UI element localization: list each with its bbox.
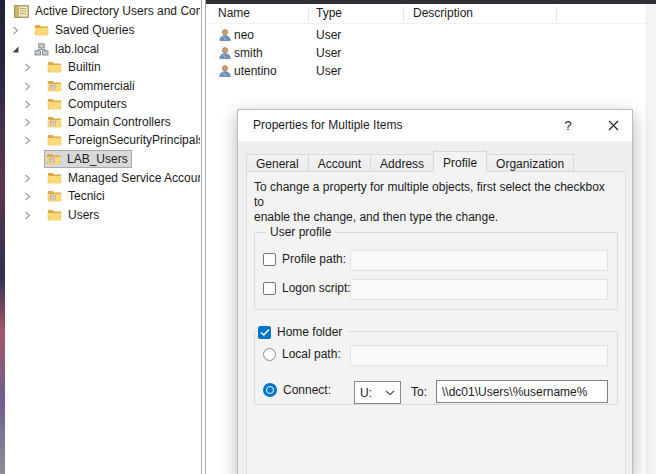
tree-item-computers[interactable]: Computers	[5, 95, 200, 113]
tree-item-label: Builtin	[68, 60, 101, 74]
logon-script-label[interactable]: Logon script:	[282, 281, 351, 295]
user-icon	[218, 64, 232, 81]
tab-organization[interactable]: Organization	[486, 154, 574, 172]
tree-item-saved-queries[interactable]: Saved Queries	[5, 21, 200, 39]
tree-item-commerciali[interactable]: Commerciali	[5, 77, 200, 95]
tree-item-label: LAB_Users	[67, 152, 128, 166]
chevron-right-icon[interactable]	[23, 192, 47, 201]
chevron-right-icon[interactable]	[23, 174, 47, 183]
row-type: User	[316, 64, 341, 78]
tree-item-label: ForeignSecurityPrincipals	[68, 133, 200, 147]
logon-script-input[interactable]	[350, 279, 608, 300]
folder-icon	[47, 134, 63, 146]
list-row-neo[interactable]: neo User	[206, 26, 644, 44]
list-header: Name Type Description	[206, 4, 656, 24]
list-row-smith[interactable]: smith User	[206, 44, 644, 62]
profile-path-checkbox[interactable]	[263, 253, 276, 266]
close-button[interactable]	[594, 110, 632, 141]
user-profile-group: User profile Profile path: Logon script:	[254, 232, 618, 310]
tab-address[interactable]: Address	[370, 154, 434, 172]
column-header-description[interactable]: Description	[413, 6, 473, 20]
user-icon	[218, 46, 232, 63]
scrollbar-track[interactable]	[646, 4, 656, 474]
column-header-name[interactable]: Name	[218, 6, 250, 20]
connect-path-input[interactable]	[436, 380, 608, 403]
user-profile-group-label: User profile	[266, 225, 335, 239]
tree-item-label: Commerciali	[68, 79, 135, 93]
ou-folder-icon	[47, 116, 63, 128]
tree-item-root[interactable]: Active Directory Users and Com	[5, 2, 200, 20]
row-name: utentino	[234, 64, 277, 78]
chevron-right-icon[interactable]	[23, 82, 47, 91]
drive-letter-select[interactable]: U:	[354, 381, 401, 404]
tree-item-label: Domain Controllers	[68, 115, 171, 129]
tab-account[interactable]: Account	[308, 154, 371, 172]
tree-item-label: lab.local	[55, 42, 99, 56]
row-type: User	[316, 46, 341, 60]
chevron-right-icon[interactable]	[11, 26, 34, 35]
description-line-1: To change a property for multiple object…	[254, 180, 618, 210]
chevron-right-icon[interactable]	[23, 100, 47, 109]
chevron-right-icon[interactable]	[23, 118, 47, 127]
tree-item-builtin[interactable]: Builtin	[5, 58, 200, 76]
connect-radio[interactable]	[263, 383, 277, 397]
tree-item-managed-service-accounts[interactable]: Managed Service Accoun	[5, 169, 200, 187]
help-button[interactable]: ?	[552, 110, 584, 141]
column-separator[interactable]	[556, 7, 557, 22]
row-type: User	[316, 28, 341, 42]
tree-item-lab-users[interactable]: LAB_Users	[5, 150, 200, 168]
column-separator[interactable]	[308, 7, 309, 22]
tab-strip: General Account Address Profile Organiza…	[246, 151, 573, 172]
folder-icon	[47, 98, 63, 110]
tree-item-users[interactable]: Users	[5, 206, 200, 224]
local-path-label[interactable]: Local path:	[282, 347, 341, 361]
console-icon	[14, 5, 30, 18]
folder-icon	[47, 172, 63, 184]
tree-item-label: Computers	[68, 97, 127, 111]
tree-item-label: Saved Queries	[55, 23, 134, 37]
selected-tree-item-highlight: LAB_Users	[45, 151, 131, 167]
chevron-right-icon[interactable]	[23, 136, 47, 145]
tree-item-label: Users	[68, 208, 99, 222]
local-path-input[interactable]	[350, 345, 608, 366]
list-row-utentino[interactable]: utentino User	[206, 62, 644, 80]
home-folder-label[interactable]: Home folder	[277, 325, 342, 339]
connect-label[interactable]: Connect:	[283, 383, 331, 397]
domain-icon	[34, 43, 50, 56]
folder-icon	[47, 61, 63, 73]
home-folder-group: Local path: Connect: U: To:	[254, 331, 618, 405]
chevron-right-icon[interactable]	[23, 211, 47, 220]
chevron-down-icon	[385, 390, 395, 396]
dialog-titlebar[interactable]: Properties for Multiple Items ?	[238, 110, 632, 141]
row-name: smith	[234, 46, 263, 60]
connect-row: Connect:	[263, 383, 331, 397]
home-folder-header: Home folder	[258, 324, 348, 340]
profile-path-label[interactable]: Profile path:	[282, 252, 346, 266]
logon-script-checkbox[interactable]	[263, 282, 276, 295]
tree-item-label: Tecnici	[68, 189, 105, 203]
description-line-2: enable the change, and then type the cha…	[254, 210, 618, 225]
row-name: neo	[234, 28, 254, 42]
chevron-down-icon[interactable]	[11, 45, 34, 54]
tab-general[interactable]: General	[246, 154, 309, 172]
home-folder-checkbox[interactable]	[258, 326, 271, 339]
close-icon	[608, 120, 619, 131]
tree-item-lab-local[interactable]: lab.local	[5, 40, 200, 58]
dialog-title: Properties for Multiple Items	[253, 118, 402, 132]
tab-profile[interactable]: Profile	[433, 151, 487, 173]
local-path-radio[interactable]	[263, 348, 276, 361]
tree-item-tecnici[interactable]: Tecnici	[5, 187, 200, 205]
folder-icon	[34, 24, 50, 36]
console-tree-panel: Active Directory Users and Com Saved Que…	[5, 0, 202, 474]
profile-path-input[interactable]	[350, 250, 608, 271]
tree-item-foreign-security-principals[interactable]: ForeignSecurityPrincipals	[5, 131, 200, 149]
ou-folder-icon	[46, 153, 62, 165]
ou-folder-icon	[47, 190, 63, 202]
user-icon	[218, 28, 232, 45]
chevron-right-icon[interactable]	[23, 63, 47, 72]
local-path-row: Local path:	[263, 347, 341, 361]
column-header-type[interactable]: Type	[316, 6, 342, 20]
dialog-description: To change a property for multiple object…	[254, 180, 618, 225]
tree-item-domain-controllers[interactable]: Domain Controllers	[5, 113, 200, 131]
column-separator[interactable]	[403, 7, 404, 22]
